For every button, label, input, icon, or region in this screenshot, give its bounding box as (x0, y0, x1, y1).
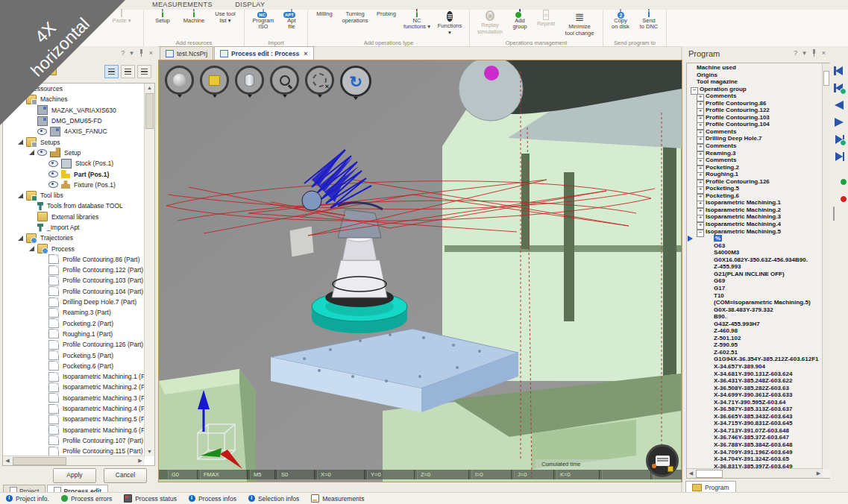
minimize-tool-change-button[interactable]: ≣Minimize tool change (559, 10, 600, 37)
tree-item[interactable]: Isoparametric Machining.6 (Pa (3, 425, 145, 435)
tree-item[interactable]: Setups (3, 136, 145, 147)
program-tree-item[interactable]: +Comments (687, 157, 823, 164)
horizontal-scrollbar[interactable]: ◀▶ (3, 456, 145, 465)
program-code-line[interactable]: X-34.704Y-391.324Z-603.65 (687, 456, 823, 463)
pin-icon[interactable] (811, 49, 817, 57)
machine-button[interactable]: Machine (178, 10, 210, 24)
tree-item[interactable]: Pocketing.5 (Part) (3, 350, 145, 360)
tab-process-edit-process[interactable]: Process edit : Process× (214, 46, 313, 60)
scrollbar-thumb[interactable] (13, 457, 66, 465)
milling-button[interactable]: Milling (311, 10, 338, 18)
step-back-button[interactable] (833, 100, 845, 110)
scrollbar-thumb[interactable] (696, 470, 723, 478)
tree-item[interactable]: Profile Contouring.122 (Part) (3, 265, 145, 275)
program-tree-item[interactable]: −Isoparametric Machining.5 (687, 228, 823, 236)
expand-icon[interactable] (29, 246, 34, 251)
program-code-line[interactable]: % (687, 235, 823, 242)
tree-item[interactable]: Profile Contouring.107 (Part) (3, 435, 145, 446)
program-tree-item[interactable]: +Profile Contouring.103 (687, 114, 823, 122)
tree-item[interactable]: Isoparametric Machining.5 (Pa (3, 414, 145, 424)
program-tree-item[interactable]: +Profile Contouring.104 (687, 121, 823, 128)
status-item[interactable]: Measurements (311, 494, 364, 503)
program-tree-item[interactable]: +Isoparametric Machining.4 (687, 221, 823, 228)
stock-display-button[interactable] (235, 66, 264, 95)
scrollbar-thumb[interactable] (145, 93, 154, 129)
repeat-button[interactable]: ≈Repeat (533, 10, 559, 28)
add-group-button[interactable]: Add group (507, 10, 533, 31)
view-compact-button[interactable] (137, 65, 151, 78)
program-code-line[interactable]: G69 (687, 277, 823, 285)
attach-button[interactable] (833, 207, 845, 218)
program-vertical-scrollbar[interactable] (822, 63, 830, 469)
tree-item[interactable]: DMG_DMU65-FD (3, 116, 145, 126)
program-code-line[interactable]: X-34.657Y-389.904 (687, 363, 823, 371)
delete-operation-button[interactable] (833, 190, 845, 201)
status-item[interactable]: Process infos (189, 495, 236, 503)
tree-item[interactable]: Fixture (Pos.1) (3, 180, 145, 190)
status-item[interactable]: Process status (124, 494, 177, 503)
program-tree-item[interactable]: +Comments (687, 142, 823, 150)
tree-item[interactable]: Profile Contouring.104 (Part) (3, 286, 145, 297)
program-code-line[interactable]: Z-590.95 (687, 341, 823, 349)
tree-item[interactable]: Isoparametric Machining.1 (Pa (3, 371, 145, 382)
tree-item[interactable]: 4AXIS_FANUC (3, 126, 145, 136)
pin-icon[interactable] (139, 49, 144, 57)
zoom-button[interactable] (270, 66, 299, 95)
program-tree-item[interactable]: +Isoparametric Machining.1 (687, 199, 823, 207)
expand-icon[interactable] (18, 139, 23, 145)
program-tree-item[interactable]: Tool magazine (687, 78, 823, 86)
close-tab-icon[interactable]: × (304, 50, 307, 57)
program-tree-item[interactable]: +Profile Contouring.122 (687, 107, 823, 114)
tree-item[interactable]: Isoparametric Machining.3 (Pa (3, 393, 145, 403)
tree-item[interactable]: MAZAK_VARIAXIS630 (3, 105, 145, 116)
program-code-line[interactable]: G17 (687, 285, 823, 292)
probing-button[interactable]: Probing (372, 10, 401, 18)
program-tree-item[interactable]: +Pocketing.6 (687, 192, 823, 200)
chevron-down-icon[interactable]: ▾ (803, 49, 806, 57)
program-tree-item[interactable]: +Profile Contouring.126 (687, 178, 823, 186)
eye-icon[interactable] (48, 160, 58, 167)
program-horizontal-scrollbar[interactable]: ◀▶ (687, 468, 823, 478)
tree-item[interactable]: Process (3, 243, 145, 253)
expand-icon[interactable] (18, 193, 23, 198)
program-code-line[interactable]: G0X16.082Y-350.63Z-456.934B90. (687, 256, 823, 264)
step-forward-button[interactable] (833, 117, 845, 127)
status-item[interactable]: Project info. (6, 495, 49, 503)
go-first-button[interactable] (833, 66, 845, 76)
program-tree-item[interactable]: +Drilling Deep Hole.7 (687, 135, 823, 142)
program-code-line[interactable]: X-34.699Y-390.361Z-603.633 (687, 391, 823, 399)
apt-file-button[interactable]: APTApt file (279, 10, 304, 31)
program-code-line[interactable]: X-34.709Y-391.196Z-603.649 (687, 449, 823, 456)
setup-button[interactable]: Setup (147, 10, 178, 24)
eye-icon[interactable] (48, 181, 58, 188)
program-tree-item[interactable]: +Comments (687, 128, 823, 136)
ribbon-tab-measurements[interactable]: MEASUREMENTS (142, 0, 223, 8)
tree-item[interactable]: Profile Contouring.126 (Part) (3, 339, 145, 350)
program-code-line[interactable]: (COM=Isoparametric Machining.5) (687, 299, 823, 306)
program-code-line[interactable]: T10 (687, 292, 823, 300)
status-item[interactable]: Selection infos (248, 495, 299, 503)
program-tree-item[interactable]: +Profile Contouring.86 (687, 100, 823, 107)
program-code-line[interactable]: G21(PLAN INCLINE OFF) (687, 271, 823, 278)
program-tree-item[interactable]: +Isoparametric Machining.2 (687, 207, 823, 214)
program-tree-item[interactable]: +Isoparametric Machining.3 (687, 213, 823, 221)
tree-item[interactable]: Trajectories (3, 233, 145, 243)
program-code-line[interactable]: X-34.715Y-390.831Z-603.645 (687, 420, 823, 427)
tree-item[interactable]: Profile Contouring.86 (Part) (3, 254, 145, 265)
send-to-dnc-button[interactable]: Send to DNC (635, 10, 663, 31)
go-last-button[interactable] (833, 151, 845, 162)
program-code-line[interactable]: Z-455.993 (687, 263, 823, 271)
tree-item[interactable]: Setup (3, 148, 145, 158)
close-icon[interactable]: × (822, 49, 826, 57)
view-orientation-button[interactable] (165, 66, 194, 95)
program-tree-item[interactable]: Origins (687, 72, 823, 79)
ribbon-tab-display[interactable]: DISPLAY (224, 0, 275, 8)
program-code-line[interactable]: X-36.788Y-385.384Z-603.648 (687, 441, 823, 449)
expand-icon[interactable] (18, 236, 23, 241)
chevron-down-icon[interactable]: ▾ (130, 49, 134, 57)
program-code-line[interactable]: S4000M3 (687, 249, 823, 256)
refresh-view-button[interactable]: ↻ (340, 66, 371, 97)
replay-simulation-button[interactable]: ▣Replay simulation (473, 10, 507, 35)
nc-functions-button[interactable]: NC functions ▾ (401, 10, 433, 31)
display-mode-button[interactable] (200, 66, 229, 95)
